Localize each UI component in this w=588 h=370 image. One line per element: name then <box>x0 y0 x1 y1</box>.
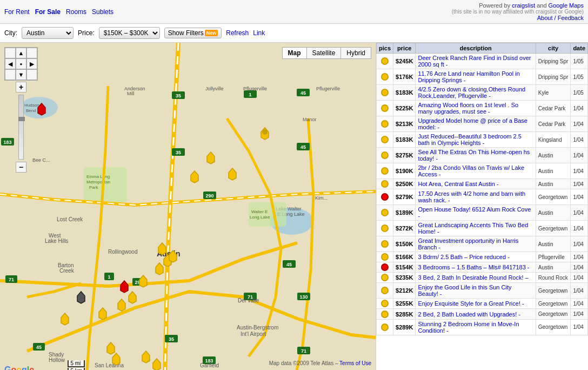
listing-link[interactable]: Great Investment opportunity in Harris B… <box>418 237 518 250</box>
listing-link[interactable]: See All The Extras On This Home-open hs … <box>418 149 530 162</box>
listing-link[interactable]: 3 Bedrooms – 1.5 Baths – Mls# 8417183 - <box>418 264 529 270</box>
listing-description: Upgraded Model home @ price of a Base mo… <box>416 116 536 132</box>
nav-empty-tr <box>26 48 37 58</box>
col-header-pics: pics <box>377 43 393 54</box>
terms-of-use-link[interactable]: Terms of Use <box>339 360 371 366</box>
table-row: $279K 17.50 Acres with 4/2 home and barn… <box>377 189 588 205</box>
nav-rooms[interactable]: Rooms <box>66 8 86 16</box>
city-select[interactable]: Austin Dallas Houston San Antonio <box>22 27 74 39</box>
listing-city: Georgetown <box>536 283 571 299</box>
nav-cluster: ▲ ◀ ● ▶ ▼ <box>4 47 38 81</box>
listing-link[interactable]: 2br / 2ba Condo Villas on Travis w/ Lake… <box>418 164 524 177</box>
listing-dot-cell <box>377 299 393 309</box>
table-row: $272K Great Landscaping Accents This Two… <box>377 221 588 236</box>
listing-link[interactable]: Open House Today! 6512 Alum Rock Cove - <box>418 206 531 219</box>
svg-text:35: 35 <box>176 93 181 98</box>
listing-description: 17.50 Acres with 4/2 home and barn with … <box>416 189 536 205</box>
google-maps-link[interactable]: Google Maps <box>549 2 584 9</box>
listing-dot-cell <box>377 54 393 69</box>
listing-link[interactable]: 4/2.5 Zero down & closing,Others Round R… <box>418 86 525 99</box>
price-select[interactable]: $100K – $200K $150K – $300K $200K – $400… <box>99 27 160 39</box>
nav-empty-tl <box>5 48 16 58</box>
table-row: $255K Enjoy Exquisite Style for a Great … <box>377 299 588 309</box>
svg-text:1: 1 <box>108 274 110 280</box>
svg-text:Pflugerville: Pflugerville <box>243 86 267 91</box>
google-logo: Google <box>4 365 34 370</box>
listing-date: 1/04 <box>571 283 588 299</box>
craigslist-link[interactable]: craigslist <box>512 2 535 9</box>
nav-up-button[interactable]: ▲ <box>16 48 26 58</box>
listing-link[interactable]: 3 Bed, 2 Bath In Desirable Round Rock! – <box>418 274 528 281</box>
listing-price: $212K <box>393 283 416 299</box>
zoom-thumb <box>18 117 25 121</box>
svg-text:71: 71 <box>301 348 306 354</box>
refresh-link[interactable]: Refresh <box>226 29 249 37</box>
nav-sublets[interactable]: Sublets <box>92 8 113 16</box>
svg-text:Rollingwood: Rollingwood <box>108 249 137 255</box>
listing-city: Georgetown <box>536 309 571 319</box>
nav-for-sale[interactable]: For Sale <box>35 8 61 16</box>
listing-city: Dripping Spr <box>536 54 571 69</box>
tab-hybrid[interactable]: Hybrid <box>340 47 371 59</box>
listing-price: $183K <box>393 85 416 101</box>
listing-dot-cell <box>377 69 393 85</box>
listing-date: 1/04 <box>571 132 588 148</box>
svg-text:45: 45 <box>36 345 42 350</box>
listing-dot-cell <box>377 309 393 319</box>
listing-city: Austin <box>536 262 571 273</box>
listing-link[interactable]: Upgraded Model home @ price of a Base mo… <box>418 117 527 130</box>
listing-price: $245K <box>393 54 416 69</box>
table-row: $285K 2 Bed, 2 Bath Loaded with Upgrades… <box>377 309 588 319</box>
listing-link[interactable]: Stunning 2 Bedroom Home in Move-In Condi… <box>418 321 519 334</box>
svg-text:Kim...: Kim... <box>315 195 328 201</box>
svg-rect-0 <box>0 43 376 370</box>
listing-price: $189K <box>393 205 416 221</box>
listing-link[interactable]: Enjoy Exquisite Style for a Great Price!… <box>418 300 524 307</box>
affiliate-note: (this site is in no way affiliated with … <box>452 9 584 15</box>
listing-city: Cedar Park <box>536 116 571 132</box>
map-footer-right: Map data ©2009 Tele Atlas – Terms of Use <box>269 360 371 370</box>
nav-down-button[interactable]: ▼ <box>16 69 26 80</box>
listing-link[interactable]: Just Reduced--Beautiful 3 bedroom 2.5 ba… <box>418 133 521 146</box>
nav-for-rent[interactable]: For Rent <box>4 8 30 16</box>
listing-link[interactable]: 11.76 Acre Land near Hamilton Pool in Dr… <box>418 70 519 83</box>
tab-satellite[interactable]: Satellite <box>306 47 341 59</box>
listing-link[interactable]: Great Landscaping Accents This Two Bed H… <box>418 222 528 235</box>
svg-text:45: 45 <box>300 90 306 96</box>
zoom-out-button[interactable]: − <box>16 162 26 173</box>
nav-right-button[interactable]: ▶ <box>26 58 37 69</box>
scale-miles: 5 mi <box>68 360 85 367</box>
table-row: $289K Stunning 2 Bedroom Home in Move-In… <box>377 319 588 335</box>
listing-dot <box>381 57 389 65</box>
listing-date: 1/04 <box>571 262 588 273</box>
zoom-slider[interactable] <box>18 95 24 160</box>
tab-map[interactable]: Map <box>282 47 306 59</box>
show-filters-button[interactable]: Show Filters New <box>164 28 222 38</box>
about-feedback-link[interactable]: About / Feedback <box>537 15 584 21</box>
listing-date: 1/04 <box>571 221 588 236</box>
listing-dot <box>381 224 389 232</box>
listing-date: 1/04 <box>571 163 588 179</box>
map-area[interactable]: Map Satellite Hybrid ▲ ◀ ● ▶ ▼ + − <box>0 43 376 370</box>
nav-center-button[interactable]: ● <box>16 58 26 69</box>
listing-link[interactable]: Amazing Wood floors on 1st level . So ma… <box>418 102 518 115</box>
col-header-date: date <box>571 43 588 54</box>
top-nav-right: Powered by craigslist and Google Maps (t… <box>452 2 584 21</box>
listing-table: pics price description city date $245K D… <box>376 43 588 335</box>
listing-city: Austin <box>536 148 571 163</box>
listing-link[interactable]: 17.50 Acres with 4/2 home and barn with … <box>418 190 525 203</box>
map-tabs: Map Satellite Hybrid <box>282 47 371 59</box>
nav-left-button[interactable]: ◀ <box>5 58 16 69</box>
listing-link[interactable]: Enjoy the Good Life in this Sun City Bea… <box>418 284 511 297</box>
listing-link[interactable]: Deer Creek Ranch Rare Find in Dsisd over… <box>418 55 531 68</box>
listing-dot-cell <box>377 116 393 132</box>
map-footer-left: Google POWERED BY 5 mi 5 km <box>4 360 85 370</box>
link-link[interactable]: Link <box>253 29 265 37</box>
listing-link[interactable]: 3 Bdrm/ 2.5 Bath – Price reduced - <box>418 254 509 260</box>
listing-link[interactable]: Hot Area, Central East Austin - <box>418 181 498 187</box>
listing-link[interactable]: 2 Bed, 2 Bath Loaded with Upgrades! - <box>418 311 520 318</box>
listing-dot-cell <box>377 205 393 221</box>
svg-text:45: 45 <box>286 262 292 267</box>
listing-table-scroll[interactable]: pics price description city date $245K D… <box>376 43 588 370</box>
zoom-in-button[interactable]: + <box>16 82 26 93</box>
